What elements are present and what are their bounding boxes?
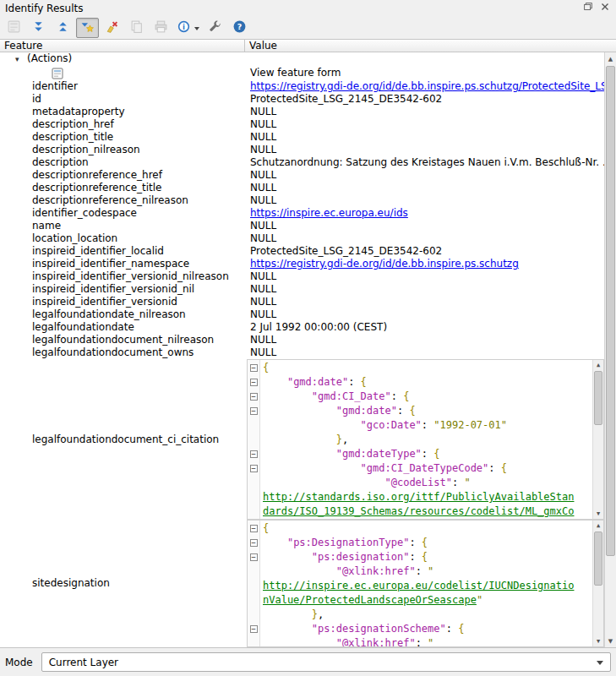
row-legalfoundationdocument_ci_citation[interactable]: legalfoundationdocument_ci_citation−−−−−… <box>0 359 604 520</box>
print-response-button[interactable] <box>150 18 172 38</box>
value-text: Schutzanordnung: Satzung des Kreistages … <box>250 156 604 168</box>
expand-new-results-icon <box>80 19 95 36</box>
feature-name: inspireid_identifier_versionid_nil <box>32 283 194 295</box>
row-inspireid_identifier_localid[interactable]: inspireid_identifier_localidProtectedSit… <box>0 245 604 258</box>
scroll-up-icon[interactable]: ▲ <box>593 360 603 370</box>
code-line: { <box>260 361 592 375</box>
row-id[interactable]: idProtectedSite_LSG_2145_DE3542-602 <box>0 93 604 106</box>
collapse-tree-button[interactable] <box>52 18 74 38</box>
copy-feature-button[interactable] <box>125 18 148 38</box>
close-panel-button[interactable] <box>597 2 613 15</box>
row-inspireid_identifier_namespace[interactable]: inspireid_identifier_namespacehttps://re… <box>0 258 604 270</box>
clear-results-icon <box>105 19 119 36</box>
code-link[interactable]: nValue/ProtectedLandscapeOrSeascape <box>263 594 477 606</box>
scroll-down-icon[interactable]: ▼ <box>593 636 603 646</box>
code-line: "ps:DesignationType": { <box>260 536 592 550</box>
group-row-actions[interactable]: ▾(Actions) <box>0 52 604 65</box>
fold-collapse-icon[interactable]: − <box>250 450 258 458</box>
expand-new-results-button[interactable] <box>76 18 99 38</box>
code-line: "gco:Date": "1992-07-01" <box>260 418 592 433</box>
code-line: "gmd:CI_Date": { <box>260 390 592 404</box>
scrollbar-thumb[interactable] <box>606 66 615 556</box>
tree-vertical-scrollbar[interactable]: ▲ ▼ <box>604 52 616 647</box>
identify-settings-button[interactable] <box>204 18 226 38</box>
row-inspireid_identifier_versionid_nil[interactable]: inspireid_identifier_versionid_nilNULL <box>0 283 604 296</box>
scrollbar-thumb[interactable] <box>594 371 602 425</box>
code-link[interactable]: http://inspire.ec.europa.eu/codelist/IUC… <box>263 580 574 592</box>
help-button[interactable]: ? <box>228 18 251 38</box>
scroll-down-icon[interactable]: ▼ <box>605 635 616 647</box>
row-location_location[interactable]: location_locationNULL <box>0 232 604 245</box>
row-legalfoundationdate_nilreason[interactable]: legalfoundationdate_nilreasonNULL <box>0 308 604 321</box>
value-text: 2 Jul 1992 00:00:00 (CEST) <box>250 321 387 333</box>
feature-name: descriptionreference_title <box>32 182 161 194</box>
open-form-button[interactable] <box>3 18 25 38</box>
fold-collapse-icon[interactable]: − <box>250 553 258 561</box>
float-panel-button[interactable] <box>581 2 596 15</box>
scroll-up-icon[interactable]: ▲ <box>593 521 603 531</box>
fold-collapse-icon[interactable]: − <box>250 393 258 401</box>
row-description_nilreason[interactable]: description_nilreasonNULL <box>0 144 604 156</box>
code-link[interactable]: http://standards.iso.org/ittf/PubliclyAv… <box>263 491 574 503</box>
feature-name: location_location <box>32 232 117 244</box>
row-inspireid_identifier_versionid_nilreason[interactable]: inspireid_identifier_versionid_nilreason… <box>0 270 604 283</box>
column-header-value[interactable]: Value <box>245 40 616 52</box>
expand-tree-button[interactable] <box>27 18 50 38</box>
feature-name: legalfoundationdate_nilreason <box>32 308 186 320</box>
feature-name: description_title <box>32 131 113 143</box>
row-descriptionreference_nilreason[interactable]: descriptionreference_nilreasonNULL <box>0 194 604 207</box>
row-sitedesignation[interactable]: sitedesignation−−−−{ "ps:DesignationType… <box>0 520 604 647</box>
feature-name: id <box>32 93 41 105</box>
json-view-ci_citation[interactable]: −−−−−−{ "gmd:date": { "gmd:CI_Date": { "… <box>247 359 604 520</box>
code-vertical-scrollbar[interactable]: ▲▼ <box>592 360 603 519</box>
row-legalfoundationdocument_owns[interactable]: legalfoundationdocument_ownsNULL <box>0 346 604 359</box>
row-identifier[interactable]: identifierhttps://registry.gdi-de.org/id… <box>0 80 604 93</box>
value-link[interactable]: https://registry.gdi-de.org/id/de.bb.ins… <box>250 80 604 92</box>
collapse-arrow-icon[interactable]: ▾ <box>15 53 27 65</box>
clear-results-button[interactable] <box>101 18 123 38</box>
form-icon <box>7 19 21 36</box>
fold-collapse-icon[interactable]: − <box>250 539 258 547</box>
row-name[interactable]: nameNULL <box>0 220 604 232</box>
row-descriptionreference_title[interactable]: descriptionreference_titleNULL <box>0 182 604 194</box>
row-legalfoundationdocument_nilreason[interactable]: legalfoundationdocument_nilreasonNULL <box>0 334 604 346</box>
fold-collapse-icon[interactable]: − <box>250 364 258 372</box>
chevron-down-icon[interactable] <box>194 27 199 33</box>
fold-collapse-icon[interactable]: − <box>250 465 258 472</box>
code-vertical-scrollbar[interactable]: ▲▼ <box>592 521 603 646</box>
feature-name: description_nilreason <box>32 144 140 155</box>
table-header: Feature Value <box>0 39 616 52</box>
fold-collapse-icon[interactable]: − <box>250 625 258 633</box>
row-metadataproperty[interactable]: metadatapropertyNULL <box>0 106 604 118</box>
row-inspireid_identifier_versionid[interactable]: inspireid_identifier_versionidNULL <box>0 296 604 308</box>
value-link[interactable]: https://registry.gdi-de.org/id/de.bb.ins… <box>250 258 519 270</box>
fold-collapse-icon[interactable]: − <box>250 407 258 415</box>
row-description_href[interactable]: description_hrefNULL <box>0 118 604 131</box>
mode-combobox[interactable]: Current Layer <box>41 652 611 672</box>
json-view-sitedesignation[interactable]: −−−−{ "ps:DesignationType": { "ps:design… <box>247 520 604 647</box>
value-text: NULL <box>250 144 276 155</box>
value-text: NULL <box>250 118 276 130</box>
rows: ▾(Actions)View feature formidentifierhtt… <box>0 52 604 647</box>
titlebar[interactable]: Identify Results <box>0 0 616 17</box>
code-link[interactable]: dards/ISO_19139_Schemas/resources/codeli… <box>263 505 574 517</box>
column-header-feature[interactable]: Feature <box>0 40 245 52</box>
row-description[interactable]: descriptionSchutzanordnung: Satzung des … <box>0 156 604 169</box>
mode-label: Mode <box>5 657 33 668</box>
feature-name: description_href <box>32 118 114 130</box>
scroll-up-icon[interactable]: ▲ <box>605 52 616 65</box>
form-view-icon[interactable] <box>51 66 64 81</box>
code-line: "gmd:dateType": { <box>260 447 592 461</box>
scrollbar-thumb[interactable] <box>594 532 602 586</box>
value-link[interactable]: https://inspire.ec.europa.eu/ids <box>250 207 408 219</box>
identify-mode-button[interactable]: i <box>174 18 202 38</box>
fold-collapse-icon[interactable]: − <box>250 379 258 386</box>
scroll-down-icon[interactable]: ▼ <box>593 509 603 519</box>
row-legalfoundationdate[interactable]: legalfoundationdate2 Jul 1992 00:00:00 (… <box>0 321 604 334</box>
row-identifier_codespace[interactable]: identifier_codespacehttps://inspire.ec.e… <box>0 207 604 220</box>
row-descriptionreference_href[interactable]: descriptionreference_hrefNULL <box>0 169 604 182</box>
row-description_title[interactable]: description_titleNULL <box>0 131 604 144</box>
fold-collapse-icon[interactable]: − <box>250 525 258 532</box>
action-row-view-feature-form[interactable]: View feature form <box>0 65 604 80</box>
feature-name: identifier_codespace <box>32 207 137 219</box>
